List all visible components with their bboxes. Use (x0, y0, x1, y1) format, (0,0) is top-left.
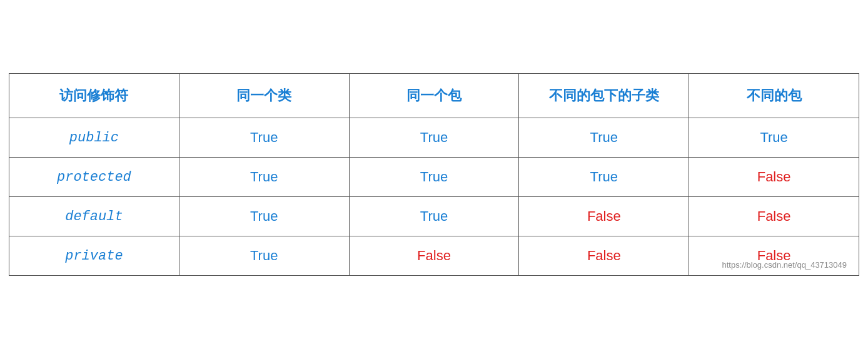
cell-subclass-diff-package: False (519, 197, 689, 236)
cell-same-package: False (349, 236, 519, 276)
header-modifier: 访问修饰符 (9, 74, 179, 118)
cell-modifier: protected (9, 158, 179, 197)
header-diff-package: 不同的包 (689, 74, 859, 118)
cell-subclass-diff-package: True (519, 158, 689, 197)
cell-modifier: private (9, 236, 179, 276)
header-same-class: 同一个类 (179, 74, 349, 118)
header-same-package: 同一个包 (349, 74, 519, 118)
cell-same-class: True (179, 158, 349, 197)
access-modifier-table: 访问修饰符 同一个类 同一个包 不同的包下的子类 不同的包 publicTrue… (9, 73, 859, 276)
cell-subclass-diff-package: True (519, 118, 689, 158)
cell-diff-package: False (689, 158, 859, 197)
cell-subclass-diff-package: False (519, 236, 689, 276)
cell-same-package: True (349, 197, 519, 236)
cell-same-package: True (349, 118, 519, 158)
cell-same-class: True (179, 236, 349, 276)
cell-same-class: True (179, 197, 349, 236)
cell-diff-package: True (689, 118, 859, 158)
cell-same-class: True (179, 118, 349, 158)
table-row: privateTrueFalseFalseFalse (9, 236, 859, 276)
cell-diff-package: False (689, 236, 859, 276)
cell-diff-package: False (689, 197, 859, 236)
table-row: protectedTrueTrueTrueFalse (9, 158, 859, 197)
table-row: publicTrueTrueTrueTrue (9, 118, 859, 158)
header-row: 访问修饰符 同一个类 同一个包 不同的包下的子类 不同的包 (9, 74, 859, 118)
cell-same-package: True (349, 158, 519, 197)
table-row: defaultTrueTrueFalseFalse (9, 197, 859, 236)
watermark: https://blog.csdn.net/qq_43713049 (722, 260, 847, 270)
cell-modifier: public (9, 118, 179, 158)
header-subclass-diff-package: 不同的包下的子类 (519, 74, 689, 118)
table-container: 访问修饰符 同一个类 同一个包 不同的包下的子类 不同的包 publicTrue… (9, 73, 859, 276)
cell-modifier: default (9, 197, 179, 236)
